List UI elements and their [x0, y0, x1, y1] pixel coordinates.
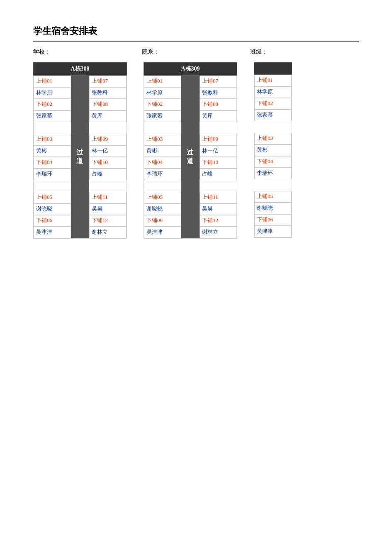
room-partial-left: 上铺01 林学原 下铺02 张家慕 上铺03 黄彬 下铺04 李瑞环 上铺05 …	[254, 75, 292, 237]
room-partial: 上铺01 林学原 下铺02 张家慕 上铺03 黄彬 下铺04 李瑞环 上铺05 …	[254, 62, 292, 238]
bed-name: 李瑞环	[34, 169, 71, 180]
bed-name: 李瑞环	[144, 169, 181, 180]
bed-label: 下铺10	[89, 157, 127, 169]
bed-name: 林学原	[254, 86, 292, 98]
dept-label: 院系：	[142, 48, 251, 56]
aisle-text: 过道	[187, 148, 194, 166]
page-title: 学生宿舍安排表	[33, 25, 359, 37]
bed-name: 黄库	[89, 110, 127, 122]
bed-name: 张教科	[89, 87, 127, 99]
bed-label: 上铺01	[254, 75, 292, 86]
bed-name: 黄彬	[254, 144, 292, 156]
bed-label: 下铺06	[34, 215, 71, 227]
bed-name: 李瑞环	[254, 168, 292, 179]
bed-name: 张家慕	[144, 110, 181, 122]
bed-name: 占峰	[200, 169, 237, 180]
spacer	[144, 180, 181, 192]
bed-label: 下铺02	[254, 98, 292, 110]
bed-label: 上铺01	[34, 76, 71, 87]
room-309-right: 上铺07 张教科 下铺08 黄库 上铺09 林一亿 下铺10 占峰 上铺11 吴…	[200, 76, 237, 238]
bed-label: 上铺11	[89, 192, 127, 203]
room-308-header: A栋308	[33, 62, 127, 76]
room-309: A栋309 上铺01 林学原 下铺02 张家慕 上铺03 黄彬 下铺04 李瑞环…	[144, 62, 237, 239]
bed-name: 谢晓晓	[34, 203, 71, 215]
bed-label: 下铺02	[144, 99, 181, 110]
room-308: A栋308 上铺01 林学原 下铺02 张家慕 上铺03 黄彬 下铺04 李瑞环…	[33, 62, 127, 239]
spacer	[144, 122, 181, 134]
bed-label: 上铺03	[34, 134, 71, 145]
bed-name: 林一亿	[200, 145, 237, 157]
bed-name: 谢林立	[200, 227, 237, 238]
bed-name: 黄库	[200, 110, 237, 122]
bed-name: 占峰	[89, 169, 127, 180]
bed-name: 黄彬	[34, 145, 71, 157]
bed-name: 林学原	[144, 87, 181, 99]
spacer	[34, 122, 71, 134]
bed-label: 下铺04	[34, 157, 71, 169]
bed-name: 吴昊	[89, 203, 127, 215]
meta-row: 学校： 院系： 班级：	[33, 48, 359, 56]
bed-label: 上铺05	[254, 191, 292, 203]
spacer	[89, 180, 127, 192]
room-308-right: 上铺07 张教科 下铺08 黄库 上铺09 林一亿 下铺10 占峰 上铺11 吴…	[89, 76, 127, 238]
bed-name: 张家慕	[254, 110, 292, 121]
bed-label: 下铺12	[89, 215, 127, 227]
bed-label: 上铺03	[144, 134, 181, 145]
school-label: 学校：	[33, 48, 142, 56]
room-309-aisle: 过道	[181, 76, 200, 238]
bed-label: 下铺12	[200, 215, 237, 227]
bed-label: 上铺07	[89, 76, 127, 87]
aisle-text: 过道	[76, 148, 84, 166]
bed-label: 上铺09	[200, 134, 237, 145]
bed-label: 下铺10	[200, 157, 237, 169]
bed-name: 谢林立	[89, 227, 127, 238]
room-308-aisle: 过道	[71, 76, 89, 238]
bed-name: 黄彬	[144, 145, 181, 157]
title-divider	[33, 41, 359, 42]
bed-label: 上铺03	[254, 133, 292, 144]
spacer	[200, 180, 237, 192]
spacer	[254, 121, 292, 133]
bed-name: 张家慕	[34, 110, 71, 122]
bed-name: 吴津津	[144, 227, 181, 238]
bed-name: 吴津津	[34, 227, 71, 238]
bed-label: 上铺05	[34, 192, 71, 203]
spacer	[254, 179, 292, 191]
bed-label: 下铺04	[144, 157, 181, 169]
spacer	[89, 122, 127, 134]
room-partial-header	[254, 62, 292, 75]
bed-label: 下铺08	[89, 99, 127, 110]
bed-name: 谢晓晓	[144, 203, 181, 215]
room-309-header: A栋309	[144, 62, 237, 76]
bed-name: 吴津津	[254, 226, 292, 237]
bed-name: 张教科	[200, 87, 237, 99]
bed-label: 上铺11	[200, 192, 237, 203]
spacer	[200, 122, 237, 134]
bed-label: 上铺07	[200, 76, 237, 87]
bed-label: 上铺09	[89, 134, 127, 145]
room-309-left: 上铺01 林学原 下铺02 张家慕 上铺03 黄彬 下铺04 李瑞环 上铺05 …	[144, 76, 181, 238]
bed-label: 下铺08	[200, 99, 237, 110]
rooms-container: A栋308 上铺01 林学原 下铺02 张家慕 上铺03 黄彬 下铺04 李瑞环…	[33, 62, 359, 239]
bed-name: 林学原	[34, 87, 71, 99]
room-308-left: 上铺01 林学原 下铺02 张家慕 上铺03 黄彬 下铺04 李瑞环 上铺05 …	[34, 76, 71, 238]
spacer	[34, 180, 71, 192]
bed-label: 下铺06	[144, 215, 181, 227]
bed-label: 上铺01	[144, 76, 181, 87]
bed-name: 吴昊	[200, 203, 237, 215]
bed-label: 下铺04	[254, 156, 292, 168]
bed-label: 下铺02	[34, 99, 71, 110]
bed-name: 谢晓晓	[254, 203, 292, 214]
class-label: 班级：	[250, 48, 359, 56]
bed-label: 下铺06	[254, 214, 292, 226]
bed-name: 林一亿	[89, 145, 127, 157]
bed-label: 上铺05	[144, 192, 181, 203]
